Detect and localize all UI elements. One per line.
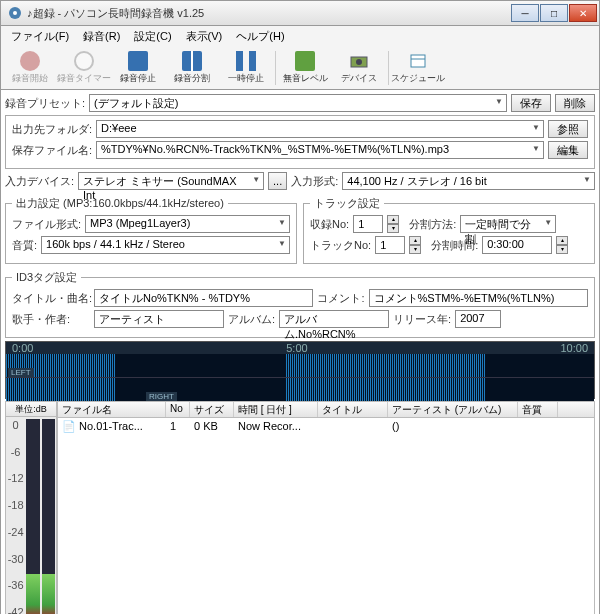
level-meter: 0-6-12-18-24-30-36-42 — [5, 417, 57, 614]
input-device-more-button[interactable]: ... — [268, 172, 287, 190]
trackno-spinner[interactable]: 1 — [375, 236, 405, 254]
output-file-select[interactable]: %TDY%¥No.%RCN%-Track%TKN%_%STM%-%ETM%(%T… — [96, 141, 544, 159]
id3-album-input[interactable]: アルバム.No%RCN% — [279, 310, 389, 328]
waveform-display[interactable]: 0:005:0010:00 LEFT RIGHT — [5, 341, 595, 399]
quality-select[interactable]: 160k bps / 44.1 kHz / Stereo — [41, 236, 290, 254]
close-button[interactable]: ✕ — [569, 4, 597, 22]
schedule-button[interactable]: スケジュール — [393, 48, 443, 88]
minimize-button[interactable]: ─ — [511, 4, 539, 22]
output-folder-label: 出力先フォルダ: — [12, 122, 92, 137]
browse-button[interactable]: 参照 — [548, 120, 588, 138]
preset-save-button[interactable]: 保存 — [511, 94, 551, 112]
id3-comment-input[interactable]: コメント%STM%-%ETM%(%TLN%) — [369, 289, 588, 307]
rec-start-button[interactable]: 録音開始 — [5, 48, 55, 88]
output-group: 出力先フォルダ: D:¥eee 参照 保存ファイル名: %TDY%¥No.%RC… — [5, 115, 595, 169]
meter-right-bar — [42, 419, 55, 614]
waveform-left: LEFT — [6, 354, 594, 377]
input-device-label: 入力デバイス: — [5, 174, 74, 189]
edit-button[interactable]: 編集 — [548, 141, 588, 159]
pause-button[interactable]: 一時停止 — [221, 48, 271, 88]
stop-icon — [128, 51, 148, 71]
split-icon — [182, 51, 202, 71]
waveform-right: RIGHT — [6, 378, 594, 401]
output-folder-select[interactable]: D:¥eee — [96, 120, 544, 138]
input-format-label: 入力形式: — [291, 174, 338, 189]
table-row[interactable]: 📄 No.01-Trac...10 KBNow Recor...() — [58, 418, 594, 434]
menu-settings[interactable]: 設定(C) — [128, 27, 177, 46]
meter-left-bar — [26, 419, 39, 614]
output-file-label: 保存ファイル名: — [12, 143, 92, 158]
filetype-select[interactable]: MP3 (Mpeg1Layer3) — [85, 215, 290, 233]
rec-split-button[interactable]: 録音分割 — [167, 48, 217, 88]
svg-point-3 — [356, 59, 362, 65]
silence-button[interactable]: 無音レベル — [280, 48, 330, 88]
svg-point-1 — [13, 11, 17, 15]
preset-delete-button[interactable]: 削除 — [555, 94, 595, 112]
id3-title-input[interactable]: タイトルNo%TKN% - %TDY% — [94, 289, 313, 307]
record-icon — [20, 51, 40, 71]
splittime-input[interactable]: 0:30:00 — [482, 236, 552, 254]
rec-stop-button[interactable]: 録音停止 — [113, 48, 163, 88]
maximize-button[interactable]: □ — [540, 4, 568, 22]
menu-help[interactable]: ヘルプ(H) — [230, 27, 290, 46]
menu-file[interactable]: ファイル(F) — [5, 27, 75, 46]
output-settings-group: 出力設定 (MP3:160.0kbps/44.1kHz/stereo) ファイル… — [5, 196, 297, 264]
device-icon — [349, 51, 369, 71]
toolbar: 録音開始 録音タイマー 録音停止 録音分割 一時停止 無音レベル デバイス スケ… — [0, 46, 600, 90]
id3-group: ID3タグ設定 タイトル・曲名: タイトルNo%TKN% - %TDY% コメン… — [5, 270, 595, 338]
menu-record[interactable]: 録音(R) — [77, 27, 126, 46]
id3-year-input[interactable]: 2007 — [455, 310, 501, 328]
input-format-select[interactable]: 44,100 Hz / ステレオ / 16 bit — [342, 172, 595, 190]
id3-singer-input[interactable]: アーティスト — [94, 310, 224, 328]
preset-label: 録音プリセット: — [5, 96, 85, 111]
meter-unit: 単位:dB — [5, 401, 57, 417]
app-icon — [7, 5, 23, 21]
device-button[interactable]: デバイス — [334, 48, 384, 88]
track-settings-group: トラック設定 収録No: 1 ▴▾ 分割方法: 一定時間で分割 トラックNo: … — [303, 196, 595, 264]
rec-timer-button[interactable]: 録音タイマー — [59, 48, 109, 88]
input-device-select[interactable]: ステレオ ミキサー (SoundMAX Int — [78, 172, 264, 190]
pause-icon — [236, 51, 256, 71]
file-list[interactable]: ファイル名 No サイズ 時間 [ 日付 ] タイトル アーティスト (アルバム… — [57, 401, 595, 614]
menu-view[interactable]: 表示(V) — [180, 27, 229, 46]
menu-bar: ファイル(F) 録音(R) 設定(C) 表示(V) ヘルプ(H) — [0, 26, 600, 46]
recno-spinner[interactable]: 1 — [353, 215, 383, 233]
window-title: ♪超録 - パソコン長時間録音機 v1.25 — [27, 6, 511, 21]
split-method-select[interactable]: 一定時間で分割 — [460, 215, 556, 233]
preset-select[interactable]: (デフォルト設定) — [89, 94, 507, 112]
svg-rect-4 — [411, 55, 425, 67]
schedule-icon — [408, 51, 428, 71]
title-bar: ♪超録 - パソコン長時間録音機 v1.25 ─ □ ✕ — [0, 0, 600, 26]
timer-icon — [74, 51, 94, 71]
silence-icon — [295, 51, 315, 71]
